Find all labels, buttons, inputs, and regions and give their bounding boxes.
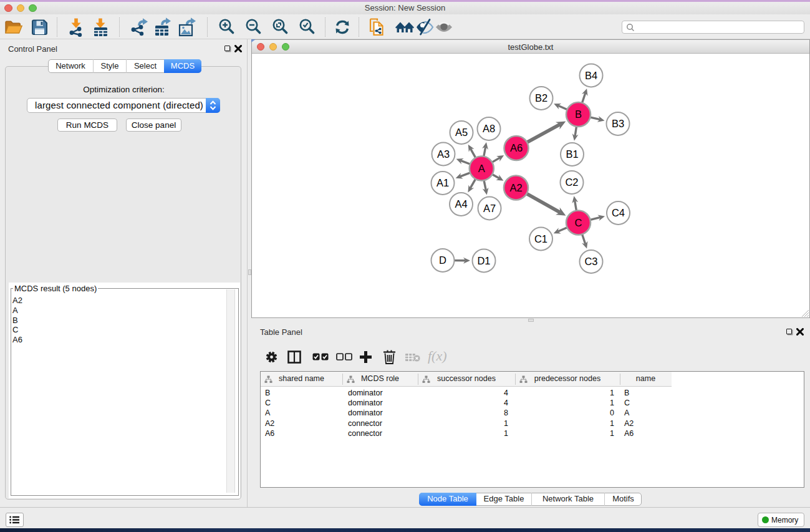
svg-text:A2: A2 [509,182,522,193]
svg-text:B1: B1 [566,148,578,160]
svg-text:C: C [575,217,582,228]
svg-text:C1: C1 [534,233,547,244]
svg-text:B4: B4 [585,70,597,81]
svg-text:A6: A6 [510,142,523,153]
svg-text:C4: C4 [612,207,625,218]
svg-text:B: B [575,109,582,120]
svg-text:A1: A1 [436,177,449,188]
svg-text:A5: A5 [455,127,468,138]
svg-text:C3: C3 [584,256,597,267]
svg-text:A4: A4 [455,198,467,210]
svg-text:D1: D1 [477,255,490,266]
svg-text:A7: A7 [483,203,496,214]
svg-text:A8: A8 [483,123,495,134]
svg-text:D: D [439,254,446,266]
svg-text:A3: A3 [437,148,450,160]
svg-text:A: A [478,163,485,174]
svg-text:B3: B3 [612,118,624,129]
svg-text:C2: C2 [565,177,578,188]
svg-text:B2: B2 [535,92,547,104]
